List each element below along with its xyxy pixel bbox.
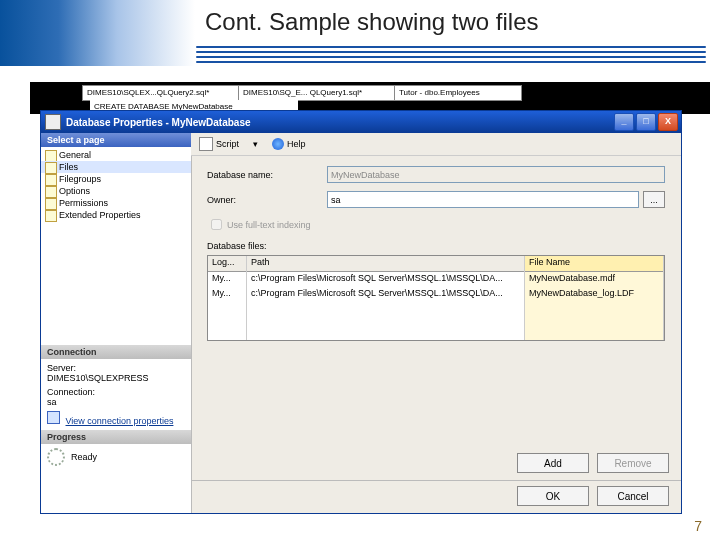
page-nav: Select a page General Files Filegroups O… <box>41 133 192 513</box>
dialog-icon <box>45 114 61 130</box>
dialog-content: Script ▾ Help Database name: Owner: ... … <box>191 133 681 513</box>
slide-title: Cont. Sample showing two files <box>205 8 539 36</box>
files-grid[interactable]: Log... My... My... Path c:\Program Files… <box>207 255 665 341</box>
fulltext-label: Use full-text indexing <box>227 220 311 230</box>
help-button[interactable]: Help <box>272 138 320 150</box>
dbname-label: Database name: <box>207 170 327 180</box>
maximize-button[interactable]: □ <box>636 113 656 131</box>
nav-page-permissions[interactable]: Permissions <box>41 197 191 209</box>
col-logical[interactable]: Log... <box>208 256 246 272</box>
slide-page-number: 7 <box>694 518 702 534</box>
fulltext-checkbox <box>211 219 222 230</box>
nav-page-filegroups[interactable]: Filegroups <box>41 173 191 185</box>
cell-filename-0[interactable]: MyNewDatabase.mdf <box>525 272 663 287</box>
nav-header-pages: Select a page <box>41 133 191 147</box>
owner-label: Owner: <box>207 195 327 205</box>
minimize-button[interactable]: _ <box>614 113 634 131</box>
view-conn-icon <box>47 411 60 424</box>
ok-button[interactable]: OK <box>517 486 589 506</box>
view-connection-link[interactable]: View connection properties <box>66 416 174 426</box>
script-button[interactable]: Script ▾ <box>199 137 258 151</box>
dialog-toolbar: Script ▾ Help <box>191 133 681 156</box>
owner-browse-button[interactable]: ... <box>643 191 665 208</box>
cell-logical-0[interactable]: My... <box>208 272 246 287</box>
editor-tab-3[interactable]: Tutor - dbo.Employees <box>394 85 522 101</box>
nav-page-options[interactable]: Options <box>41 185 191 197</box>
dialog-titlebar[interactable]: Database Properties - MyNewDatabase _ □ … <box>41 111 681 133</box>
cell-filename-1[interactable]: MyNewDatabase_log.LDF <box>525 287 663 302</box>
dialog-title: Database Properties - MyNewDatabase <box>66 117 251 128</box>
server-label: Server: <box>47 363 185 373</box>
progress-spinner-icon <box>47 448 65 466</box>
editor-tab-2[interactable]: DIMES10\SQ_E... QLQuery1.sql* <box>238 85 398 101</box>
col-filename[interactable]: File Name <box>525 256 663 272</box>
script-icon <box>199 137 213 151</box>
nav-header-progress: Progress <box>41 430 191 444</box>
progress-status: Ready <box>71 452 97 462</box>
close-button[interactable]: X <box>658 113 678 131</box>
cell-logical-1[interactable]: My... <box>208 287 246 302</box>
remove-button: Remove <box>597 453 669 473</box>
connection-value: sa <box>47 397 185 407</box>
cell-path-1[interactable]: c:\Program Files\Microsoft SQL Server\MS… <box>247 287 524 302</box>
dbname-field <box>327 166 665 183</box>
server-value: DIMES10\SQLEXPRESS <box>47 373 185 383</box>
col-path[interactable]: Path <box>247 256 524 272</box>
nav-header-connection: Connection <box>41 345 191 359</box>
files-group-label: Database files: <box>207 241 665 251</box>
banner-rules <box>196 46 706 64</box>
editor-tab-1[interactable]: DIMES10\SQLEX...QLQuery2.sql* <box>82 85 242 101</box>
database-properties-dialog: Database Properties - MyNewDatabase _ □ … <box>40 110 682 514</box>
connection-label: Connection: <box>47 387 185 397</box>
banner-graphic <box>0 0 195 66</box>
add-button[interactable]: Add <box>517 453 589 473</box>
nav-page-files[interactable]: Files <box>41 161 191 173</box>
help-icon <box>272 138 284 150</box>
cell-path-0[interactable]: c:\Program Files\Microsoft SQL Server\MS… <box>247 272 524 287</box>
cancel-button[interactable]: Cancel <box>597 486 669 506</box>
owner-field[interactable] <box>327 191 639 208</box>
nav-page-general[interactable]: General <box>41 149 191 161</box>
nav-page-extended[interactable]: Extended Properties <box>41 209 191 221</box>
